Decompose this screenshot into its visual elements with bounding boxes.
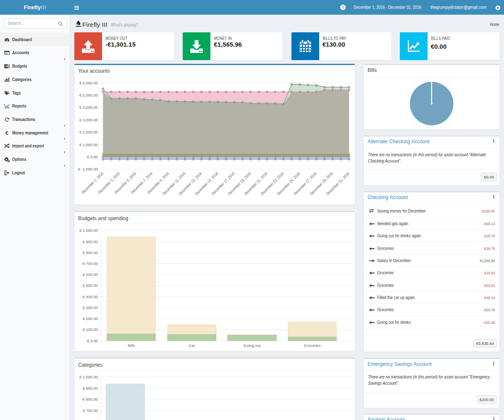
svg-text:€ 6,000.00: € 6,000.00 (79, 81, 98, 85)
svg-text:€ 1,000.00: € 1,000.00 (79, 143, 98, 147)
svg-text:€ 100.00: € 100.00 (83, 328, 98, 332)
svg-text:€: € (5, 130, 8, 136)
svg-text:€ 500.00: € 500.00 (83, 284, 98, 288)
svg-text:€ -1,000.00: € -1,000.00 (78, 167, 98, 171)
svg-text:€ 400.00: € 400.00 (83, 294, 98, 299)
svg-text:€ 200.00: € 200.00 (83, 317, 98, 321)
svg-text:€ 5,000.00: € 5,000.00 (79, 93, 98, 97)
svg-text:€ 1,000.00: € 1,000.00 (79, 228, 98, 233)
svg-text:€ 2,000.00: € 2,000.00 (79, 130, 98, 134)
svg-text:€ 3,000.00: € 3,000.00 (79, 118, 98, 122)
svg-text:€ 700.00: € 700.00 (83, 409, 98, 413)
svg-text:?: ? (342, 5, 344, 10)
svg-text:€ 900.00: € 900.00 (83, 239, 98, 244)
svg-text:€ 800.00: € 800.00 (83, 397, 98, 402)
svg-text:€ 900.00: € 900.00 (83, 386, 98, 391)
svg-text:€ 1,000.00: € 1,000.00 (79, 375, 98, 379)
svg-text:Going out: Going out (244, 344, 261, 348)
svg-text:Groceries: Groceries (304, 344, 321, 348)
svg-text:€ 700.00: € 700.00 (83, 262, 98, 266)
svg-text:Car: Car (189, 344, 195, 348)
svg-text:€ 0.00: € 0.00 (87, 339, 98, 343)
svg-text:€ 600.00: € 600.00 (83, 273, 98, 277)
svg-text:€ 300.00: € 300.00 (83, 305, 98, 310)
svg-text:€ 0.00: € 0.00 (87, 155, 98, 159)
svg-text:Bills: Bills (128, 344, 135, 348)
svg-text:€ 800.00: € 800.00 (83, 250, 98, 255)
svg-text:€ 4,000.00: € 4,000.00 (79, 105, 98, 110)
